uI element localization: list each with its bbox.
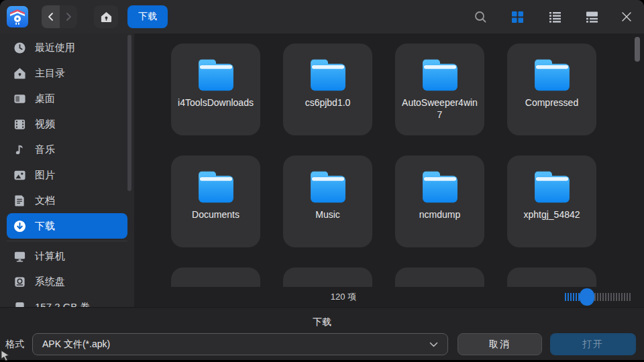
sidebar-item-icon	[13, 220, 26, 233]
sidebar-item[interactable]: 主目录	[7, 60, 127, 86]
folder-tile[interactable]: Documents	[171, 156, 260, 247]
folder-name: xphtgj_54842	[514, 209, 590, 221]
mouse-cursor	[0, 349, 11, 361]
file-grid-area: i4ToolsDownloads cs6pjbd1.0 AutoSweeper4…	[134, 34, 644, 307]
sidebar-item-label: 系统盘	[35, 276, 65, 288]
detail-view-icon	[586, 11, 598, 23]
folder-icon	[531, 58, 573, 92]
home-icon	[100, 11, 113, 23]
sidebar-item-label: 最近使用	[35, 42, 75, 54]
sidebar: 最近使用 主目录 桌面 视频 音	[0, 34, 134, 307]
status-bar: 120 项	[134, 287, 644, 307]
icon-size-slider[interactable]	[565, 288, 632, 306]
sidebar-item-icon	[13, 194, 26, 207]
folder-name: Compressed	[514, 97, 590, 109]
sidebar-item-label: 桌面	[35, 93, 55, 105]
file-dialog-window: 下载	[0, 0, 644, 360]
folder-tile[interactable]: xphtgj_54842	[507, 156, 596, 247]
sidebar-item-icon	[13, 276, 26, 288]
search-icon	[474, 10, 487, 23]
close-icon	[621, 11, 633, 23]
sidebar-item-label: 音乐	[35, 143, 55, 156]
forward-button[interactable]	[60, 5, 77, 28]
open-button[interactable]: 打开	[550, 333, 636, 355]
dialog-title: 下载	[0, 316, 644, 328]
sidebar-item[interactable]: 桌面	[7, 86, 127, 111]
slider-thumb[interactable]	[580, 288, 594, 306]
sidebar-separator	[7, 241, 127, 241]
grid-view-icon	[511, 11, 524, 23]
sidebar-item[interactable]: 视频	[7, 111, 127, 137]
folder-icon	[419, 170, 461, 204]
sidebar-item[interactable]: 文档	[7, 188, 127, 213]
folder-icon	[195, 58, 237, 92]
detail-view-button[interactable]	[585, 10, 598, 23]
sidebar-item[interactable]: 音乐	[7, 137, 127, 162]
list-view-icon	[549, 11, 561, 23]
sidebar-item-icon	[13, 42, 26, 54]
folder-tile[interactable]: ncmdump	[395, 156, 484, 247]
dialog-footer: 下载 格式 APK 文件(*.apk) 取消 打开	[0, 307, 644, 360]
folder-name: cs6pjbd1.0	[290, 97, 366, 109]
home-button[interactable]	[94, 5, 118, 28]
sidebar-item-label: 图片	[35, 169, 55, 182]
titlebar: 下载	[0, 0, 644, 34]
folder-icon	[307, 170, 349, 204]
close-button[interactable]	[620, 10, 633, 23]
app-icon	[7, 6, 28, 27]
folder-name: ncmdump	[402, 209, 478, 221]
folder-name: i4ToolsDownloads	[178, 97, 254, 109]
search-button[interactable]	[474, 10, 487, 23]
list-view-button[interactable]	[548, 10, 561, 23]
folder-tile[interactable]: i4ToolsDownloads	[171, 44, 260, 135]
sidebar-item-icon	[13, 143, 26, 156]
folder-name: Music	[290, 209, 366, 221]
sidebar-item-label: 计算机	[35, 250, 65, 263]
slider-ticks-filled	[565, 293, 580, 301]
slider-ticks-empty	[594, 293, 632, 301]
sidebar-item[interactable]: 图片	[7, 162, 127, 188]
sidebar-scrollbar[interactable]	[127, 35, 131, 191]
folder-tile[interactable]: cs6pjbd1.0	[283, 44, 372, 135]
folder-tile[interactable]: Compressed	[507, 44, 596, 135]
format-value: APK 文件(*.apk)	[42, 339, 110, 349]
cancel-button[interactable]: 取消	[458, 333, 542, 355]
sidebar-item-label: 下载	[35, 220, 55, 233]
chevron-down-icon	[429, 342, 438, 348]
sidebar-item-icon	[13, 118, 26, 131]
folder-tile[interactable]: AutoSweeper4win7	[395, 44, 484, 135]
sidebar-group-1: 最近使用 主目录 桌面 视频 音	[0, 35, 134, 239]
folder-icon	[531, 170, 573, 204]
sidebar-item[interactable]: 系统盘	[7, 269, 127, 294]
folder-icon	[307, 58, 349, 92]
folder-icon	[419, 58, 461, 92]
item-count: 120 项	[331, 291, 356, 303]
folder-name: Documents	[178, 209, 254, 221]
back-button[interactable]	[42, 5, 60, 28]
forward-icon	[62, 11, 74, 23]
sidebar-item[interactable]: 下载	[7, 213, 127, 239]
sidebar-item-label: 视频	[35, 118, 55, 131]
sidebar-item-icon	[13, 93, 26, 105]
sidebar-item-icon	[13, 169, 26, 182]
grid-view-button[interactable]	[511, 10, 524, 23]
sidebar-item-icon	[13, 67, 26, 80]
back-icon	[45, 11, 57, 23]
folder-tile[interactable]: Music	[283, 156, 372, 247]
format-dropdown[interactable]: APK 文件(*.apk)	[32, 333, 448, 355]
path-tab-downloads[interactable]: 下载	[127, 5, 168, 28]
sidebar-item-label: 文档	[35, 194, 55, 207]
folder-icon	[195, 170, 237, 204]
sidebar-item[interactable]: 计算机	[7, 243, 127, 269]
main-scrollbar[interactable]	[635, 37, 640, 62]
sidebar-item-label: 主目录	[35, 67, 65, 80]
sidebar-item-icon	[13, 250, 26, 263]
sidebar-item[interactable]: 最近使用	[7, 35, 127, 60]
folder-name: AutoSweeper4win7	[402, 97, 478, 121]
